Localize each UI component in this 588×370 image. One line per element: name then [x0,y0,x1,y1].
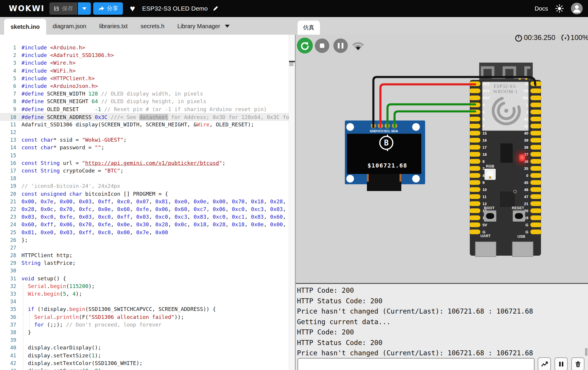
pin-pad[interactable] [530,103,542,107]
pin-pad[interactable] [530,173,542,178]
boot-button[interactable] [484,210,496,222]
code-line[interactable]: 10#define SCREEN_ADDRESS 0x3C ///< See d… [0,113,295,121]
code-line[interactable]: 11Adafruit_SSD1306 display(SCREEN_WIDTH,… [0,121,295,128]
board-pin-right-39[interactable]: 39 [521,137,542,144]
pin-pad[interactable] [469,208,480,213]
code-line[interactable]: 20const unsigned char bitcoinIcon [] PRO… [0,190,295,198]
board-pin-left-5v[interactable]: 5V [469,221,492,228]
serial-monitor[interactable]: HTTP Code: 200HTTP Status Code: 200Price… [296,283,588,370]
pin-pad[interactable] [530,208,542,213]
board-pin-right-g[interactable]: G [521,80,542,87]
tab-sketch-ino[interactable]: sketch.ino [4,19,46,35]
pin-pad[interactable] [469,88,480,93]
wifi-icon[interactable] [352,41,364,52]
code-line[interactable]: 7#define SCREEN_WIDTH 128 // OLED displa… [0,90,295,98]
reset-button[interactable] [513,210,525,222]
code-line[interactable]: 4#include <WiFi.h> [0,67,295,75]
board-pin-left-7[interactable]: 7 [469,123,492,130]
code-line[interactable]: 32 Serial.begin(115200); [0,282,295,290]
pause-simulation-button[interactable] [333,38,348,53]
code-line[interactable]: 42 display.setTextColor(SSD1306_WHITE); [0,359,295,367]
pin-pad[interactable] [530,110,542,114]
pin-pad[interactable] [469,166,480,171]
docs-link[interactable]: Docs [534,5,548,12]
board-pin-right-40[interactable]: 40 [521,130,542,137]
board-pin-right-42[interactable]: 42 [521,115,542,123]
board-pin-right-48[interactable]: 48 [521,186,542,193]
stop-simulation-button[interactable] [315,38,329,53]
board-pin-left-3v3[interactable]: 3V3 [469,87,492,94]
pin-pad[interactable] [469,201,480,206]
code-line[interactable]: 27 [0,244,295,252]
board-pin-right-41[interactable]: 41 [521,123,542,130]
board-pin-left-9[interactable]: 9 [469,179,492,186]
pin-pad[interactable] [469,180,480,185]
board-pin-left-6[interactable]: 6 [469,115,492,123]
code-line[interactable]: 210x00, 0x7e, 0x00, 0x03, 0xff, 0xc0, 0x… [0,198,295,205]
uart-port[interactable] [475,242,496,257]
pin-pad[interactable] [530,131,542,135]
board-pin-right-45[interactable]: 45 [521,179,542,186]
code-line[interactable]: 5#include <HTTPClient.h> [0,75,295,82]
board-pin-right-0[interactable]: 0 [521,172,542,179]
pin-pad[interactable] [530,187,542,192]
pin-pad[interactable] [469,124,480,128]
code-line[interactable]: 230x03, 0xc0, 0xfe, 0x03, 0xc0, 0xff, 0x… [0,213,295,221]
code-line[interactable]: 13const char* ssid = "Wokwi-GUEST"; [0,136,295,144]
board-pin-right-g[interactable]: G [521,221,542,228]
scrollbar-thumb[interactable] [289,63,293,66]
board-pin-right-35[interactable]: 35 [521,165,542,172]
pin-pad[interactable] [469,159,480,164]
board-pin-left-5[interactable]: 5 [469,108,492,115]
code-line[interactable]: 220x28, 0x0c, 0x70, 0xfc, 0x0e, 0x60, 0x… [0,205,295,213]
board-pin-left-18[interactable]: 18 [469,151,492,158]
code-line[interactable]: 2#include <Adafruit_SSD1306.h> [0,51,295,59]
board-pin-left-15[interactable]: 15 [469,130,492,137]
avatar-icon[interactable] [571,3,583,14]
tab-libraries-txt[interactable]: libraries.txt [93,18,134,35]
code-line[interactable]: 39 [0,336,295,344]
pin-pad[interactable] [530,194,542,199]
pin-pad[interactable] [530,145,542,150]
code-line[interactable]: 18 [0,175,295,182]
pause-output-button[interactable] [554,357,568,370]
pin-pad[interactable] [530,124,542,128]
board-pin-left-10[interactable]: 10 [469,186,492,193]
code-line[interactable]: 14const char* password = ""; [0,144,295,151]
pin-pad[interactable] [530,222,542,227]
code-line[interactable]: 15 [0,152,295,159]
code-line[interactable]: 43 display.setCursor(0, 0); [0,367,295,370]
code-line[interactable]: 26}; [0,236,295,244]
code-line[interactable]: 38 } [0,329,295,336]
pin-pad[interactable] [530,117,542,121]
board-pin-left-16[interactable]: 16 [469,137,492,144]
tab-diagram-json[interactable]: diagram.json [46,18,93,35]
share-button[interactable]: 分享 [93,2,123,15]
pin-pad[interactable] [469,131,480,135]
editor-scrollbar[interactable] [289,35,295,370]
code-line[interactable]: 240x60, 0xff, 0x06, 0x70, 0xfe, 0x0e, 0x… [0,221,295,228]
board-pin-left-4[interactable]: 4 [469,101,492,108]
save-options-button[interactable] [78,2,91,15]
tab-secrets-h[interactable]: secrets.h [134,18,171,35]
board-pin-right-2[interactable]: 2 [521,108,542,115]
heart-icon[interactable]: ♥ [130,4,135,13]
pin-pad[interactable] [469,194,480,199]
pin-pad[interactable] [469,145,480,150]
pin-pad[interactable] [469,187,480,192]
code-line[interactable]: 37 for (;;); // Don't proceed, loop fore… [0,321,295,329]
code-line[interactable]: 16const String url = "https://api.gemini… [0,159,295,167]
pin-pad[interactable] [469,215,480,220]
pin-pad[interactable] [469,96,480,100]
code-line[interactable]: 9#define OLED_RESET -1 // Reset pin # (o… [0,106,295,113]
code-line[interactable]: 19// 'icons8-bitcoin-24', 24x24px [0,182,295,190]
pin-pad[interactable] [530,166,542,171]
pin-pad[interactable] [530,96,542,100]
code-line[interactable]: 3#include <Wire.h> [0,59,295,67]
pin-pad[interactable] [469,152,480,157]
code-line[interactable]: 31void setup() { [0,275,295,282]
serial-input[interactable] [298,358,534,370]
save-button[interactable]: 保存 [49,2,77,15]
pin-pad[interactable] [530,230,542,234]
sun-icon[interactable] [555,4,564,13]
